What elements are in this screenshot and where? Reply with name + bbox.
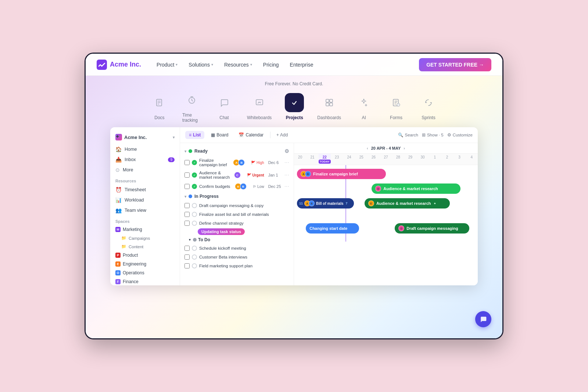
engineering-space-dot: E xyxy=(115,261,121,267)
avatar: B xyxy=(240,183,247,190)
time-tracking-label: Time tracking xyxy=(182,113,201,123)
feature-sprints[interactable]: Sprints xyxy=(419,93,438,120)
cta-button[interactable]: GET STARTED FREE → xyxy=(419,58,491,71)
sidebar-team-view[interactable]: 👥 Team view xyxy=(110,205,180,215)
space-finance[interactable]: F Finance xyxy=(110,277,180,285)
task-checkbox[interactable] xyxy=(184,160,190,165)
space-operations[interactable]: O Operations xyxy=(110,268,180,277)
task-checkbox[interactable] xyxy=(184,172,190,178)
section-in-progress[interactable]: ▾ In Progress xyxy=(180,192,294,201)
nav-pricing[interactable]: Pricing xyxy=(259,60,283,70)
space-campaigns[interactable]: 📁 Campaigns xyxy=(110,234,180,242)
sidebar-more[interactable]: ⊙ More xyxy=(110,165,180,175)
task-more-icon[interactable]: ··· xyxy=(284,183,289,190)
tab-board[interactable]: ▦ Board xyxy=(207,131,232,139)
sidebar-workload[interactable]: 📊 Workload xyxy=(110,195,180,205)
table-row[interactable]: Define channel strategy Updating task st… xyxy=(180,219,294,236)
gantt-bar-draft[interactable]: D Draft campaign messaging xyxy=(395,223,469,234)
gantt-bar-label: Bill of materials xyxy=(316,202,343,206)
task-status-empty[interactable] xyxy=(192,212,197,217)
task-status-empty[interactable] xyxy=(192,254,197,260)
feature-whiteboards[interactable]: Whiteboards xyxy=(247,93,272,120)
search-button[interactable]: 🔍 Search xyxy=(398,132,418,138)
whiteboards-icon xyxy=(250,93,269,112)
feature-docs[interactable]: Docs xyxy=(150,93,169,120)
add-button[interactable]: + Add xyxy=(273,131,291,139)
space-marketing[interactable]: M Marketing xyxy=(110,225,180,234)
task-more-icon[interactable]: ··· xyxy=(284,159,289,166)
table-row[interactable]: Draft campaign messaging & copy xyxy=(180,201,294,210)
space-engineering[interactable]: E Engineering xyxy=(110,260,180,268)
task-status-empty[interactable] xyxy=(192,221,197,226)
show-button[interactable]: ⊞ Show · 5 xyxy=(422,132,444,138)
table-row[interactable]: Field marketing support plan xyxy=(180,261,294,270)
feature-chat[interactable]: Chat xyxy=(215,93,234,120)
nav-solutions[interactable]: Solutions ▾ xyxy=(184,60,218,70)
table-row[interactable]: Schedule kickoff meeting xyxy=(180,244,294,253)
table-row[interactable]: ✓ Confirm budgets A B 🏳 Low Dec 25 ··· xyxy=(180,181,294,192)
avatar: B xyxy=(309,200,315,206)
task-status-filled[interactable]: ✓ xyxy=(192,160,197,165)
main-content: ≡ List ▦ Board 📅 Calendar + Add xyxy=(180,127,478,285)
workspace-switcher[interactable]: ✦ Acme Inc. ▾ xyxy=(110,132,180,144)
gantt-next-icon[interactable]: › xyxy=(404,146,405,150)
tab-list[interactable]: ≡ List xyxy=(185,131,204,139)
gantt-bar-audience[interactable]: D Audience & market research xyxy=(372,183,460,194)
nav-product[interactable]: Product ▾ xyxy=(152,60,182,70)
section-ready[interactable]: ▾ Ready ⚙ xyxy=(180,146,294,156)
plus-icon: + xyxy=(276,132,279,138)
feature-dashboards[interactable]: Dashboards xyxy=(317,93,341,120)
task-more-icon[interactable]: ··· xyxy=(284,172,289,178)
gantt-bar-label: Finalize campaign brief xyxy=(313,172,358,176)
feature-time-tracking[interactable]: Time tracking xyxy=(182,90,201,123)
gantt-prev-icon[interactable]: ‹ xyxy=(367,146,368,150)
gantt-bar-bill[interactable]: 11 A B Bill of materials 7 xyxy=(297,198,354,209)
space-product[interactable]: P Product xyxy=(110,251,180,260)
feature-ai[interactable]: AI xyxy=(354,93,373,120)
task-name: Confirm budgets xyxy=(199,184,234,189)
customize-button[interactable]: ⚙ Customize xyxy=(447,132,473,138)
task-status-filled[interactable]: ✓ xyxy=(192,184,197,189)
task-checkbox[interactable] xyxy=(184,221,190,226)
feature-forms[interactable]: Forms xyxy=(387,93,406,120)
gantt-bar-changing[interactable]: Changing start date xyxy=(306,223,359,234)
finance-space-dot: F xyxy=(115,279,121,284)
table-row[interactable]: ✓ Audience & market research C 🚩 Urgent … xyxy=(180,169,294,181)
gantt-bar-finalize[interactable]: A B Finalize campaign brief xyxy=(297,169,386,179)
task-checkbox[interactable] xyxy=(184,203,190,208)
table-row[interactable]: ✓ Finalize campaign brief A B 🚩 High Dec… xyxy=(180,156,294,169)
task-status-empty[interactable] xyxy=(192,246,197,251)
show-icon: ⊞ xyxy=(422,132,426,138)
table-row[interactable]: Customer Beta interviews xyxy=(180,253,294,261)
task-date: Dec 25 xyxy=(268,184,282,189)
list-icon: ≡ xyxy=(189,132,191,138)
task-checkbox[interactable] xyxy=(184,254,190,260)
task-checkbox[interactable] xyxy=(184,263,190,268)
tab-calendar[interactable]: 📅 Calendar xyxy=(235,131,267,139)
task-checkbox[interactable] xyxy=(184,184,190,189)
section-to-do[interactable]: ▾ To Do xyxy=(180,236,294,244)
task-status-empty[interactable] xyxy=(192,263,197,268)
gantt-date: 2 xyxy=(441,154,453,165)
sidebar-timesheet[interactable]: ⏰ Timesheet xyxy=(110,185,180,195)
table-row[interactable]: Finalize asset list and bill of material… xyxy=(180,210,294,219)
feature-projects[interactable]: Projects xyxy=(285,93,304,120)
operations-space-dot: O xyxy=(115,270,121,275)
sidebar-home[interactable]: 🏠 Home xyxy=(110,144,180,154)
chat-bubble-button[interactable] xyxy=(475,311,491,327)
task-checkbox[interactable] xyxy=(184,246,190,251)
gantt-bar-number-end: 7 xyxy=(345,202,347,205)
sidebar-inbox[interactable]: 📥 Inbox 9 xyxy=(110,154,180,165)
task-status-empty[interactable] xyxy=(192,203,197,208)
ai-icon xyxy=(354,93,373,112)
logo[interactable]: Acme Inc. xyxy=(97,60,141,70)
task-checkbox[interactable] xyxy=(184,212,190,217)
space-content[interactable]: 📁 Content xyxy=(110,242,180,251)
workspace-icon: ✦ xyxy=(115,134,122,140)
gantt-bar-audience2[interactable]: E Audience & market research ● xyxy=(365,198,450,209)
nav-enterprise[interactable]: Enterprise xyxy=(286,60,318,70)
task-status-filled[interactable]: ✓ xyxy=(192,172,197,178)
product-label: Product xyxy=(123,253,138,258)
priority-badge: 🚩 High xyxy=(249,160,266,165)
nav-resources[interactable]: Resources ▾ xyxy=(220,60,257,70)
